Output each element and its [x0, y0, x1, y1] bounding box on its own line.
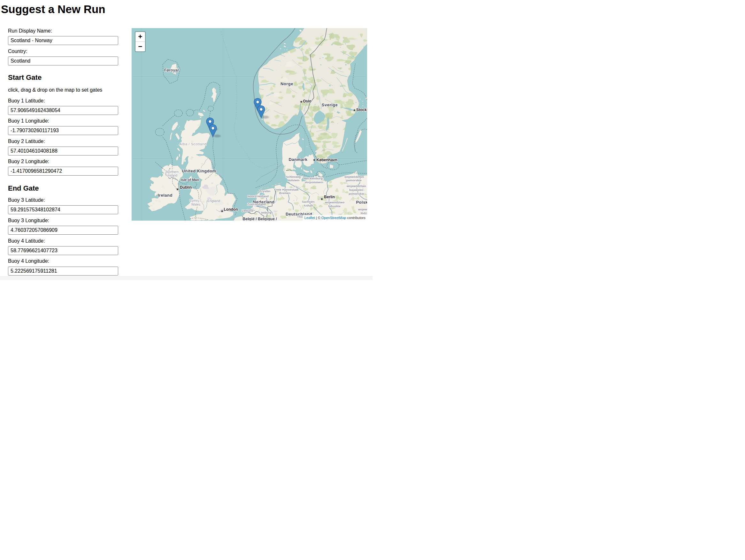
svg-text:Polska: Polska — [356, 200, 367, 205]
svg-text:Sachsen-: Sachsen- — [302, 200, 315, 203]
svg-text:Norge: Norge — [281, 81, 293, 86]
svg-text:łódzki: łódzki — [361, 211, 367, 215]
svg-text:København: København — [317, 158, 337, 162]
svg-text:Mecklenburg-: Mecklenburg- — [304, 177, 324, 180]
svg-text:Limburg: Limburg — [259, 211, 271, 214]
svg-text:Zeeland: Zeeland — [242, 209, 253, 212]
svg-text:województwo: województwo — [346, 184, 366, 188]
svg-text:wojewód: wojewód — [358, 208, 367, 211]
svg-text:Fryslân: Fryslân — [260, 189, 270, 193]
svg-text:pomorskie: pomorskie — [346, 178, 362, 182]
svg-text:United Kingdom: United Kingdom — [182, 169, 216, 173]
svg-text:Isle of Man: Isle of Man — [181, 178, 199, 182]
svg-text:Freie Hansestadt: Freie Hansestadt — [274, 188, 299, 191]
svg-text:Stockh: Stockh — [356, 108, 367, 112]
svg-text:Thü: Thü — [297, 215, 303, 218]
svg-text:kujawsko-: kujawsko- — [349, 188, 364, 191]
svg-text:Alba / Scotland: Alba / Scotland — [180, 142, 207, 146]
svg-text:Ireland: Ireland — [168, 174, 177, 177]
svg-text:Anhalt: Anhalt — [303, 204, 313, 207]
svg-text:Vorpommern: Vorpommern — [304, 180, 323, 184]
svg-text:Sverige: Sverige — [322, 103, 338, 107]
svg-text:Holstein: Holstein — [288, 178, 300, 182]
svg-text:województwo: województwo — [325, 201, 345, 204]
svg-text:Bremen: Bremen — [279, 191, 291, 195]
svg-text:België / Belgique /: België / Belgique / — [242, 217, 277, 221]
svg-text:Schleswig-: Schleswig- — [286, 175, 302, 178]
svg-text:Ireland: Ireland — [158, 193, 172, 198]
svg-text:Noord-Holland: Noord-Holland — [248, 195, 269, 198]
svg-text:England: England — [207, 199, 220, 203]
svg-text:Wales: Wales — [191, 202, 201, 206]
svg-text:Cymru /: Cymru / — [189, 199, 201, 202]
svg-text:Dublin: Dublin — [180, 185, 192, 190]
svg-text:Zuid-Holland: Zuid-Holland — [247, 202, 266, 206]
svg-text:Danmark: Danmark — [289, 157, 307, 162]
svg-text:Oslo: Oslo — [303, 99, 312, 103]
svg-text:województwo: województwo — [344, 175, 364, 178]
svg-text:Northern: Northern — [166, 170, 179, 174]
svg-text:London: London — [224, 207, 238, 212]
svg-text:Berlin: Berlin — [324, 195, 335, 199]
svg-text:Føroyar: Føroyar — [164, 68, 179, 72]
svg-text:lubuskie: lubuskie — [328, 204, 341, 208]
svg-text:pomorskie: pomorskie — [349, 192, 364, 196]
